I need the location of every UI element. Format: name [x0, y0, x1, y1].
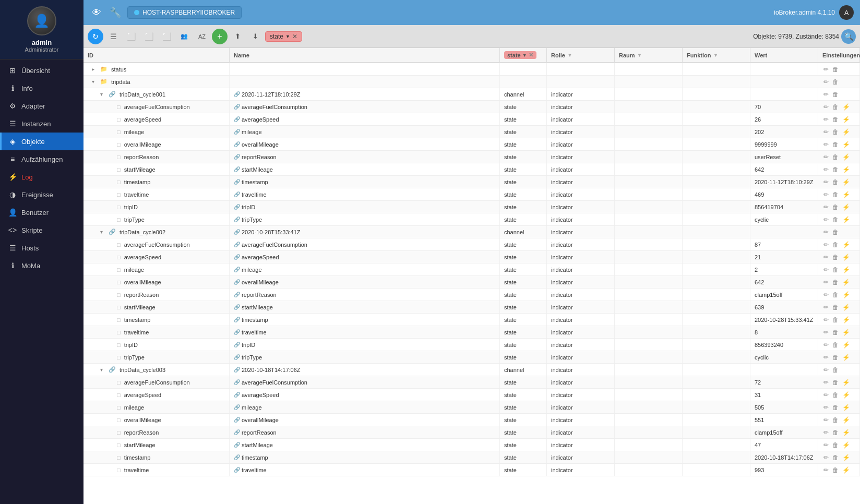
info-row-button[interactable]: ⚡ — [841, 328, 851, 337]
delete-row-button[interactable]: 🗑 — [831, 228, 840, 236]
sidebar-item-instanzen[interactable]: ☰Instanzen — [0, 115, 83, 133]
expand-button[interactable]: ▾ — [100, 367, 106, 373]
delete-row-button[interactable]: 🗑 — [831, 366, 840, 374]
edit-row-button[interactable]: ✏ — [822, 366, 830, 374]
info-row-button[interactable]: ⚡ — [841, 190, 851, 199]
sidebar-item-info[interactable]: ℹInfo — [0, 79, 83, 97]
sidebar-item-adapter[interactable]: ⚙Adapter — [0, 97, 83, 115]
sidebar-item-benutzer[interactable]: 👤Benutzer — [0, 203, 83, 221]
edit-row-button[interactable]: ✏ — [822, 65, 830, 74]
view-button-2[interactable]: ⬜ — [141, 29, 157, 44]
delete-row-button[interactable]: 🗑 — [831, 90, 840, 99]
edit-row-button[interactable]: ✏ — [822, 466, 830, 474]
expand-button[interactable]: ▾ — [100, 229, 106, 235]
info-row-button[interactable]: ⚡ — [841, 103, 851, 111]
wrench-icon[interactable]: 🔧 — [108, 5, 123, 20]
edit-row-button[interactable]: ✏ — [822, 103, 830, 111]
edit-row-button[interactable]: ✏ — [822, 228, 830, 236]
upload-button[interactable]: ⬆ — [230, 29, 245, 44]
sidebar-item-hosts[interactable]: ☰Hosts — [0, 239, 83, 257]
delete-row-button[interactable]: 🗑 — [831, 328, 840, 337]
hostname-tag[interactable]: HOST-RASPBERRYIIOBROKER — [127, 6, 242, 19]
delete-row-button[interactable]: 🗑 — [831, 428, 840, 437]
delete-row-button[interactable]: 🗑 — [831, 103, 840, 111]
th-einstellungen[interactable]: Einstellungen▼ — [818, 48, 860, 62]
edit-row-button[interactable]: ✏ — [822, 203, 830, 211]
info-row-button[interactable]: ⚡ — [841, 378, 851, 387]
sidebar-item-objekte[interactable]: ◈Objekte — [0, 133, 83, 150]
th-id[interactable]: ID — [83, 48, 230, 62]
delete-row-button[interactable]: 🗑 — [831, 391, 840, 399]
th-funktion[interactable]: Funktion▼ — [683, 48, 750, 62]
sidebar-item-moma[interactable]: ℹMoMa — [0, 257, 83, 274]
info-row-button[interactable]: ⚡ — [841, 403, 851, 412]
th-raum[interactable]: Raum▼ — [615, 48, 683, 62]
edit-row-button[interactable]: ✏ — [822, 140, 830, 149]
delete-row-button[interactable]: 🗑 — [831, 190, 840, 199]
edit-row-button[interactable]: ✏ — [822, 215, 830, 224]
search-button[interactable]: 🔍 — [841, 29, 856, 44]
edit-row-button[interactable]: ✏ — [822, 128, 830, 136]
expand-button[interactable]: ▸ — [92, 66, 98, 72]
sidebar-item-log[interactable]: ⚡Log — [0, 168, 83, 186]
delete-row-button[interactable]: 🗑 — [831, 128, 840, 136]
delete-row-button[interactable]: 🗑 — [831, 378, 840, 387]
delete-row-button[interactable]: 🗑 — [831, 140, 840, 149]
delete-row-button[interactable]: 🗑 — [831, 153, 840, 161]
sidebar-item-ubersicht[interactable]: ⊞Übersicht — [0, 62, 83, 79]
edit-row-button[interactable]: ✏ — [822, 316, 830, 324]
info-row-button[interactable]: ⚡ — [841, 353, 851, 362]
delete-row-button[interactable]: 🗑 — [831, 65, 840, 74]
info-row-button[interactable]: ⚡ — [841, 291, 851, 299]
info-row-button[interactable]: ⚡ — [841, 266, 851, 274]
sidebar-item-ereignisse[interactable]: ◑Ereignisse — [0, 186, 83, 203]
add-button[interactable]: + — [212, 29, 228, 44]
delete-row-button[interactable]: 🗑 — [831, 466, 840, 474]
info-row-button[interactable]: ⚡ — [841, 441, 851, 449]
info-row-button[interactable]: ⚡ — [841, 428, 851, 437]
edit-row-button[interactable]: ✏ — [822, 115, 830, 124]
list-view-button[interactable]: ☰ — [105, 29, 121, 44]
filter-close-icon[interactable]: ✕ — [292, 33, 297, 40]
edit-row-button[interactable]: ✏ — [822, 78, 830, 86]
delete-row-button[interactable]: 🗑 — [831, 441, 840, 449]
info-row-button[interactable]: ⚡ — [841, 316, 851, 324]
eye-icon[interactable]: 👁 — [90, 5, 103, 20]
info-row-button[interactable]: ⚡ — [841, 241, 851, 249]
delete-row-button[interactable]: 🗑 — [831, 316, 840, 324]
info-row-button[interactable]: ⚡ — [841, 215, 851, 224]
info-row-button[interactable]: ⚡ — [841, 140, 851, 149]
edit-row-button[interactable]: ✏ — [822, 378, 830, 387]
edit-row-button[interactable]: ✏ — [822, 153, 830, 161]
info-row-button[interactable]: ⚡ — [841, 466, 851, 474]
th-rolle[interactable]: Rolle▼ — [547, 48, 615, 62]
sidebar-item-skripte[interactable]: <>Skripte — [0, 221, 83, 239]
edit-row-button[interactable]: ✏ — [822, 241, 830, 249]
edit-row-button[interactable]: ✏ — [822, 278, 830, 286]
edit-row-button[interactable]: ✏ — [822, 441, 830, 449]
edit-row-button[interactable]: ✏ — [822, 266, 830, 274]
chip-close[interactable]: ✕ — [529, 52, 533, 58]
delete-row-button[interactable]: 🗑 — [831, 115, 840, 124]
expand-button[interactable]: ▾ — [92, 79, 98, 85]
info-row-button[interactable]: ⚡ — [841, 391, 851, 399]
info-row-button[interactable]: ⚡ — [841, 253, 851, 261]
edit-row-button[interactable]: ✏ — [822, 453, 830, 462]
edit-row-button[interactable]: ✏ — [822, 253, 830, 261]
info-row-button[interactable]: ⚡ — [841, 278, 851, 286]
edit-row-button[interactable]: ✏ — [822, 403, 830, 412]
info-row-button[interactable]: ⚡ — [841, 178, 851, 186]
edit-row-button[interactable]: ✏ — [822, 178, 830, 186]
edit-row-button[interactable]: ✏ — [822, 190, 830, 199]
th-wert[interactable]: Wert — [750, 48, 818, 62]
delete-row-button[interactable]: 🗑 — [831, 178, 840, 186]
view-button-1[interactable]: ⬜ — [123, 29, 139, 44]
edit-row-button[interactable]: ✏ — [822, 291, 830, 299]
edit-row-button[interactable]: ✏ — [822, 416, 830, 424]
info-row-button[interactable]: ⚡ — [841, 115, 851, 124]
edit-row-button[interactable]: ✏ — [822, 391, 830, 399]
delete-row-button[interactable]: 🗑 — [831, 341, 840, 349]
info-row-button[interactable]: ⚡ — [841, 153, 851, 161]
delete-row-button[interactable]: 🗑 — [831, 303, 840, 311]
info-row-button[interactable]: ⚡ — [841, 416, 851, 424]
